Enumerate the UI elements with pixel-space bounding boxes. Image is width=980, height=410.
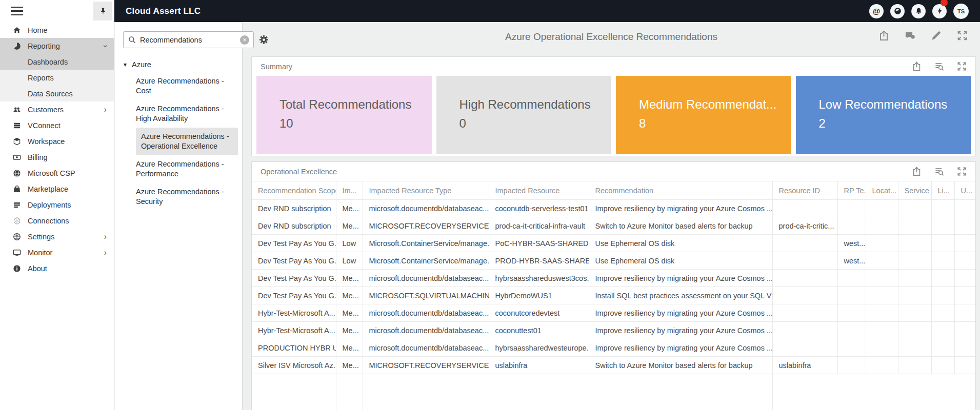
column-header[interactable]: Li... (931, 181, 954, 200)
search-list-icon[interactable] (934, 167, 944, 176)
sidebar: Home Reporting› Dashboards Reports Data … (0, 0, 114, 410)
fullscreen-icon[interactable] (957, 61, 967, 71)
sidebar-item-customers[interactable]: Customers› (0, 101, 114, 117)
chevron-right-icon: › (104, 106, 107, 114)
fullscreen-icon[interactable] (957, 30, 968, 41)
column-header[interactable]: Impacted Resource Type (363, 181, 489, 200)
column-header[interactable]: Recommendation (589, 181, 772, 200)
sidebar-item-reporting[interactable]: Reporting› (0, 38, 114, 54)
cell-u (954, 200, 975, 217)
cell-rp-type (837, 339, 866, 357)
clear-search-icon[interactable]: × (240, 35, 249, 45)
tree-item-cost[interactable]: Azure Recommendations - Cost (136, 72, 238, 100)
cell-recommendation: Improve resiliency by migrating your Azu… (589, 339, 772, 357)
table-row[interactable]: Hybr-Test-Microsoft A... Me... microsoft… (252, 304, 975, 322)
table-row[interactable]: Dev RND subscription Me... MICROSOFT.REC… (252, 217, 975, 235)
tree-item-high-availability[interactable]: Azure Recommendations - High Availabilit… (136, 100, 238, 128)
gear-icon[interactable] (259, 35, 269, 45)
sidebar-item-monitor[interactable]: Monitor› (0, 244, 114, 260)
summary-panel: Summary Total Recommendations 10 High Re… (251, 56, 976, 156)
cell-recommendation-scope: Dev Test Pay As You G... (252, 252, 336, 270)
edit-pencil-icon[interactable] (931, 30, 942, 41)
comments-icon[interactable] (905, 30, 915, 41)
monitor-icon (13, 249, 22, 257)
sidebar-item-billing[interactable]: Billing (0, 149, 114, 165)
cell-recommendation-scope: Dev RND subscription (252, 200, 336, 217)
cell-recommendation-scope: PRODUCTION HYBR U... (252, 339, 336, 357)
recommendations-table: Recommendation Scope Im... Impacted Reso… (252, 181, 975, 410)
cell-location (866, 287, 898, 304)
card-value: 2 (819, 116, 971, 131)
globe-icon[interactable] (890, 4, 905, 18)
column-header[interactable]: U... (954, 181, 975, 200)
cell-rp-type (837, 287, 866, 304)
hamburger-menu-icon[interactable] (11, 7, 23, 18)
cell-impacted-resource: coconutcoredevtest (489, 304, 589, 322)
card-low-recommendations[interactable]: Low Recommendations 2 (796, 76, 971, 154)
user-avatar[interactable]: TS (953, 4, 969, 19)
tree-item-operational-excellence[interactable]: Azure Recommendations - Operational Exce… (136, 128, 238, 155)
sidebar-item-reports[interactable]: Reports (0, 70, 114, 86)
cell-recommendation: Improve resiliency by migrating your Azu… (589, 270, 772, 287)
column-header[interactable]: RP Te... (837, 181, 866, 200)
sidebar-item-about[interactable]: About (0, 260, 114, 276)
table-row[interactable]: Silver ISV Microsoft Az... Me... MICROSO… (252, 357, 975, 374)
table-row[interactable]: Dev Test Pay As You G... Low Microsoft.C… (252, 252, 975, 270)
card-total-recommendations[interactable]: Total Recommendations 10 (256, 76, 432, 154)
at-circle-icon[interactable]: @ (869, 4, 884, 18)
cell-rp-type (837, 200, 866, 217)
sidebar-item-marketplace[interactable]: Marketplace (0, 181, 114, 197)
cell-impacted-resource-type: MICROSOFT.RECOVERYSERVICES/V... (363, 357, 489, 374)
tree-item-security[interactable]: Azure Recommendations - Security (136, 183, 238, 211)
flash-icon[interactable] (932, 4, 947, 18)
cell-u (954, 339, 975, 357)
column-header[interactable]: Service ... (898, 181, 931, 200)
export-icon[interactable] (912, 61, 922, 71)
cell-rp-type: west... (837, 235, 866, 252)
sidebar-item-settings[interactable]: Settings› (0, 229, 114, 244)
export-icon[interactable] (878, 30, 889, 41)
table-row[interactable]: Dev RND subscription Me... microsoft.doc… (252, 200, 975, 217)
sidebar-item-workspace[interactable]: Workspace (0, 133, 114, 149)
export-icon[interactable] (912, 167, 922, 176)
card-value: 8 (639, 116, 791, 131)
cell-li (931, 235, 954, 252)
table-row[interactable]: Dev Test Pay As You G... Me... microsoft… (252, 270, 975, 287)
tree-group-azure[interactable]: ▾ Azure (124, 60, 238, 69)
cell-recommendation: Use Ephemeral OS disk (589, 252, 772, 270)
sidebar-item-connections[interactable]: Connections (0, 213, 114, 229)
column-header[interactable]: Im... (336, 181, 363, 200)
cell-location (866, 217, 898, 235)
card-medium-recommendations[interactable]: Medium Recommendat... 8 (616, 76, 791, 154)
sidebar-item-vconnect[interactable]: VConnect (0, 117, 114, 133)
sidebar-item-home[interactable]: Home (0, 22, 114, 38)
sidebar-item-dashboards[interactable]: Dashboards (0, 54, 114, 70)
sidebar-item-deployments[interactable]: Deployments (0, 197, 114, 213)
cell-service (898, 357, 931, 374)
table-row[interactable]: Hybr-Test-Microsoft A... Me... microsoft… (252, 322, 975, 339)
report-tree: ▾ Azure Azure Recommendations - Cost Azu… (124, 60, 238, 211)
search-input[interactable] (140, 36, 236, 44)
cell-impact: Me... (336, 270, 363, 287)
cell-li (931, 322, 954, 339)
cell-recommendation: Switch to Azure Monitor based alerts for… (589, 217, 772, 235)
notifications-bell-icon[interactable] (911, 4, 926, 18)
card-label: Total Recommendations (279, 97, 432, 112)
operational-excellence-panel: Operational Excellence Recommendation Sc… (251, 161, 976, 410)
sidebar-item-data-sources[interactable]: Data Sources (0, 86, 114, 101)
table-row[interactable]: PRODUCTION HYBR U... Me... microsoft.doc… (252, 339, 975, 357)
column-header[interactable]: Resource ID (772, 181, 837, 200)
column-header[interactable]: Recommendation Scope (252, 181, 336, 200)
search-list-icon[interactable] (934, 61, 944, 71)
table-row[interactable]: Dev Test Pay As You G... Me... MICROSOFT… (252, 287, 975, 304)
sidebar-item-microsoft-csp[interactable]: Microsoft CSP (0, 165, 114, 181)
table-row[interactable]: Dev Test Pay As You G... Low Microsoft.C… (252, 235, 975, 252)
cell-resource-id (772, 339, 837, 357)
pin-sidebar-button[interactable] (93, 2, 112, 20)
fullscreen-icon[interactable] (957, 167, 967, 176)
info-icon (13, 264, 22, 273)
tree-item-performance[interactable]: Azure Recommendations - Performance (136, 155, 238, 183)
card-high-recommendations[interactable]: High Recommendations 0 (436, 76, 612, 154)
column-header[interactable]: Locat... (866, 181, 898, 200)
column-header[interactable]: Impacted Resource (489, 181, 589, 200)
